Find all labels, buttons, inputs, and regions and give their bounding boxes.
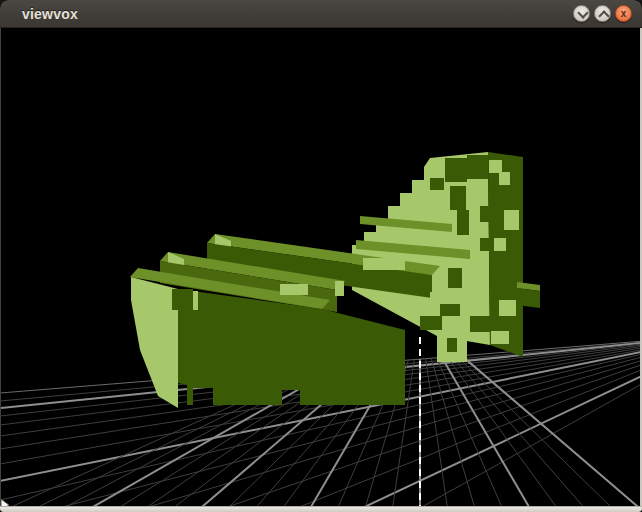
window-resize-bar[interactable] (0, 506, 642, 512)
window-title: viewvox (22, 6, 78, 22)
close-button[interactable]: x (615, 5, 632, 22)
chevron-down-icon (577, 7, 588, 18)
chevron-up-icon (598, 10, 609, 21)
close-icon: x (616, 7, 631, 21)
window-border-left (0, 28, 1, 506)
viewvox-window: viewvox x (0, 0, 642, 512)
titlebar[interactable]: viewvox x (0, 0, 642, 28)
maximize-button[interactable] (594, 5, 611, 22)
minimize-button[interactable] (573, 5, 590, 22)
3d-viewport[interactable] (0, 0, 642, 512)
